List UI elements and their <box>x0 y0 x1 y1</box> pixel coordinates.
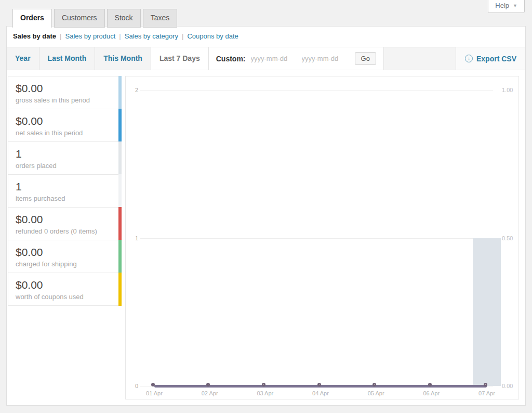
data-point-05-Apr[interactable] <box>373 383 376 386</box>
stat-label: charged for shipping <box>16 260 111 268</box>
stat-charged-for-shipping: $0.00charged for shipping <box>8 240 122 273</box>
date-range-bar: YearLast MonthThis MonthLast 7 Days Cust… <box>7 47 525 70</box>
stat-value: 1 <box>16 147 111 161</box>
separator: | <box>182 32 183 40</box>
date-from-input[interactable] <box>251 55 299 62</box>
data-point-07-Apr[interactable] <box>484 383 487 386</box>
stat-value: $0.00 <box>16 213 111 226</box>
stat-items-purchased: 1items purchased <box>8 174 122 208</box>
stat-accent-bar <box>118 207 122 240</box>
range-cells: YearLast MonthThis MonthLast 7 Days <box>7 47 209 70</box>
stat-gross-sales-in-this-period: $0.00gross sales in this period <box>8 76 122 109</box>
tab-customers[interactable]: Customers <box>54 9 105 28</box>
y-axis-left-tick: 1 <box>128 235 138 241</box>
go-button[interactable]: Go <box>355 52 376 65</box>
data-point-06-Apr[interactable] <box>428 383 432 386</box>
stat-label: net sales in this period <box>16 129 111 137</box>
help-button-label: Help <box>495 2 509 9</box>
stat-label: orders placed <box>16 162 111 170</box>
export-csv-link[interactable]: ↓ Export CSV <box>465 55 516 63</box>
stat-value: $0.00 <box>16 246 111 259</box>
y-axis-right-tick: 1.00 <box>502 87 513 93</box>
main-content: Sales by date|Sales by product|Sales by … <box>6 26 526 406</box>
report-link-sales-by-product[interactable]: Sales by product <box>65 32 116 40</box>
range-year[interactable]: Year <box>7 47 39 70</box>
download-circle-icon: ↓ <box>465 55 473 62</box>
data-point-03-Apr[interactable] <box>262 383 265 386</box>
separator: | <box>119 32 121 40</box>
stat-label: items purchased <box>16 195 111 202</box>
tab-taxes[interactable]: Taxes <box>143 9 178 28</box>
export-csv-label: Export CSV <box>476 55 516 63</box>
stat-net-sales-in-this-period: $0.00net sales in this period <box>8 109 122 142</box>
x-axis-tick: 07 Apr <box>471 390 502 396</box>
report-subnav: Sales by date|Sales by product|Sales by … <box>13 32 238 40</box>
stat-accent-bar <box>118 273 122 306</box>
y-axis-left-tick: 0 <box>128 383 138 389</box>
stat-accent-bar <box>118 109 122 142</box>
bar-07-Apr[interactable] <box>473 238 501 386</box>
stat-value: 1 <box>16 180 111 193</box>
tab-orders[interactable]: Orders <box>12 9 52 28</box>
nav-tabs: OrdersCustomersStockTaxes <box>12 9 179 28</box>
x-axis-tick: 03 Apr <box>249 390 281 396</box>
sales-chart: 21.0010.5000.0001 Apr02 Apr03 Apr04 Apr0… <box>125 76 519 399</box>
chevron-down-icon: ▼ <box>513 3 517 8</box>
stat-accent-bar <box>118 141 122 175</box>
data-point-01-Apr[interactable] <box>151 383 155 386</box>
export-section: ↓ Export CSV <box>456 47 525 70</box>
x-axis-tick: 06 Apr <box>416 390 447 396</box>
y-axis-right-tick: 0.00 <box>502 383 513 389</box>
report-link-sales-by-category[interactable]: Sales by category <box>125 32 178 40</box>
range-last-month[interactable]: Last Month <box>39 47 96 70</box>
tab-stock[interactable]: Stock <box>107 9 141 28</box>
x-axis-tick: 01 Apr <box>139 390 170 396</box>
stat-label: gross sales in this period <box>16 96 111 104</box>
report-link-coupons-by-date[interactable]: Coupons by date <box>187 32 238 40</box>
y-axis-right-tick: 0.50 <box>502 235 513 241</box>
x-axis-tick: 02 Apr <box>194 390 225 396</box>
data-point-04-Apr[interactable] <box>317 383 321 386</box>
stat-accent-bar <box>118 240 122 273</box>
range-last-7-days[interactable]: Last 7 Days <box>151 47 209 70</box>
stat-value: $0.00 <box>16 278 111 292</box>
range-this-month[interactable]: This Month <box>95 47 151 70</box>
stat-accent-bar <box>118 76 122 109</box>
separator: | <box>60 32 61 40</box>
date-to-input[interactable] <box>302 55 350 62</box>
data-point-02-Apr[interactable] <box>206 383 210 386</box>
stat-label: worth of coupons used <box>16 293 111 301</box>
stat-accent-bar <box>118 174 122 208</box>
y-axis-left-tick: 2 <box>128 87 138 93</box>
stat-label: refunded 0 orders (0 items) <box>16 227 111 235</box>
stat-refunded-0-orders-0-items-: $0.00refunded 0 orders (0 items) <box>8 207 122 240</box>
gridline <box>140 238 493 239</box>
custom-range-cell: Custom: Go <box>209 47 384 70</box>
report-subnav-current: Sales by date <box>13 32 56 40</box>
custom-range-label: Custom: <box>216 55 246 63</box>
help-button[interactable]: Help ▼ <box>488 0 525 13</box>
report-stats-sidebar: $0.00gross sales in this period$0.00net … <box>8 76 122 306</box>
x-axis-tick: 05 Apr <box>361 390 392 396</box>
stat-value: $0.00 <box>16 82 111 95</box>
gridline <box>140 90 493 91</box>
x-axis-tick: 04 Apr <box>305 390 336 396</box>
stat-value: $0.00 <box>16 114 111 128</box>
report-subnav-links: |Sales by product|Sales by category|Coup… <box>56 32 238 40</box>
stat-worth-of-coupons-used: $0.00worth of coupons used <box>8 273 122 306</box>
stat-orders-placed: 1orders placed <box>8 141 122 175</box>
